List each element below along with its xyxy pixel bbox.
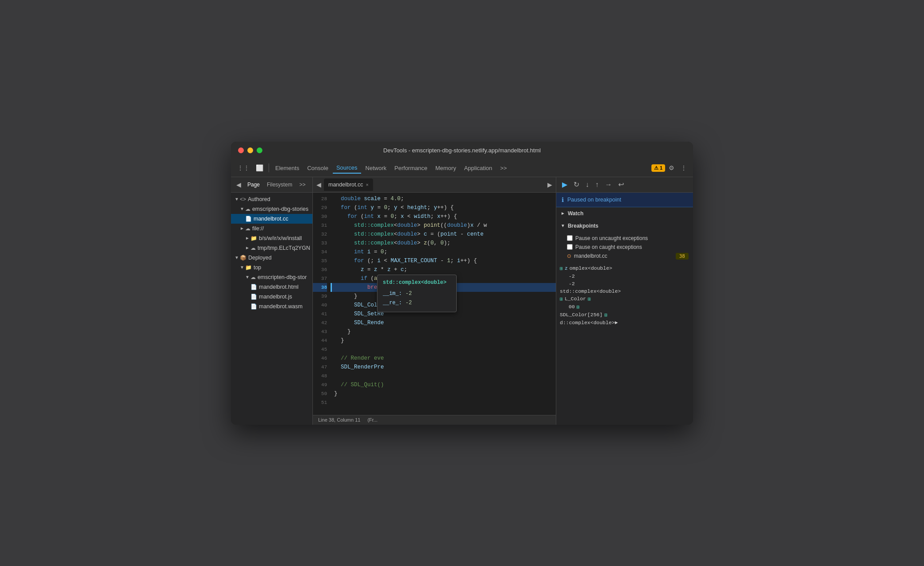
variable-tooltip: std::complex<double> __im_: -2 __re_: -2 [377, 275, 457, 313]
tree-deployed[interactable]: ▼ 📦 Deployed [231, 253, 312, 263]
tree-authored[interactable]: ▼ <> Authored [231, 194, 312, 204]
tree-mandelbrot-js[interactable]: 📄 mandelbrot.js [231, 292, 312, 302]
file-tabs: ◀ mandelbrot.cc × ▶ [313, 177, 556, 193]
step-button[interactable]: → [603, 179, 614, 190]
tab-memory[interactable]: Memory [432, 163, 460, 173]
code-line-48 [331, 372, 556, 380]
code-line-47: SDL_RenderPre [331, 363, 556, 372]
scope-row-color: ⊞ L_Color ⊞ [560, 295, 689, 303]
pause-uncaught-row: Pause on uncaught exceptions [567, 234, 689, 243]
tree-emscripten-top[interactable]: ▼ ☁ emscripten-dbg-stories [231, 204, 312, 214]
tab-sources[interactable]: Sources [333, 163, 361, 174]
tree-file[interactable]: ► ☁ file:// [231, 224, 312, 233]
gear-icon[interactable]: ⚙ [666, 163, 677, 173]
code-line-51 [331, 398, 556, 407]
code-line-35: for (; i < MAX_ITER_COUNT - 1; i++) { [331, 256, 556, 265]
breakpoints-label: Breakpoints [568, 223, 598, 229]
pause-uncaught-checkbox[interactable] [567, 235, 573, 241]
scope-values: ⊞ z omplex<double> -2 -2 std::complex<do… [556, 263, 693, 328]
scope-val-complex: std::complex<double> [560, 288, 621, 294]
scope-val-z: omplex<double> [570, 265, 612, 271]
tab-network[interactable]: Network [362, 163, 390, 173]
breakpoint-file-row[interactable]: ⊙ mandelbrot.cc 38 [567, 252, 689, 261]
step-over-button[interactable]: ↻ [571, 179, 581, 190]
sidebar-tab-page[interactable]: Page [245, 180, 262, 190]
file-nav-forward[interactable]: ▶ [546, 180, 554, 189]
deactivate-button[interactable]: ↩ [616, 179, 626, 190]
code-line-28: double scale = 4.0; [331, 194, 556, 203]
step-out-button[interactable]: ↑ [593, 179, 601, 190]
scope-key-z: z [565, 265, 568, 271]
scope-val-re: -2 [569, 281, 575, 287]
scope-row-render: d::complex<double>► [560, 319, 689, 326]
paused-message: Paused on breakpoint [567, 197, 621, 203]
code-line-33: std::complex<double> z(0, 0); [331, 239, 556, 248]
code-panel: ◀ mandelbrot.cc × ▶ 28 29 30 31 32 [313, 177, 556, 425]
file-tab-close[interactable]: × [366, 182, 369, 187]
info-icon: ℹ [562, 196, 564, 203]
tab-elements[interactable]: Elements [272, 163, 303, 173]
resume-button[interactable]: ▶ [560, 179, 570, 190]
watch-section-header[interactable]: ► Watch [556, 207, 693, 220]
scope-val-render: d::complex<double>► [560, 320, 618, 326]
sidebar-overflow[interactable]: >> [296, 180, 308, 190]
tab-overflow[interactable]: >> [497, 163, 510, 173]
watch-arrow-icon: ► [561, 211, 565, 216]
tree-emscripten-dbg[interactable]: ▼ ☁ emscripten-dbg-stor [231, 272, 312, 282]
code-line-46: // Render eve [331, 354, 556, 363]
breakpoints-section-header[interactable]: ▼ Breakpoints [556, 220, 693, 232]
bp-arrow-icon: ▼ [561, 223, 565, 228]
tab-performance[interactable]: Performance [391, 163, 431, 173]
pause-caught-checkbox[interactable] [567, 244, 573, 250]
debug-toolbar: ▶ ↻ ↓ ↑ → ↩ [556, 177, 693, 193]
pause-caught-label: Pause on caught exceptions [575, 244, 642, 250]
maximize-button[interactable] [257, 147, 262, 153]
sidebar-back-icon[interactable]: ◀ [235, 180, 243, 189]
file-tab-name: mandelbrot.cc [328, 182, 363, 188]
step-into-button[interactable]: ↓ [583, 179, 591, 190]
toolbar-separator [269, 163, 269, 172]
debug-sections: ► Watch ▼ Breakpoints Pause on uncaught … [556, 207, 693, 425]
tooltip-val-re: -2 [405, 299, 412, 307]
tab-console[interactable]: Console [304, 163, 332, 173]
file-tab-mandelbrot[interactable]: mandelbrot.cc × [324, 178, 373, 191]
devtools-window: DevTools - emscripten-dbg-stories.netlif… [231, 142, 693, 425]
tooltip-row-im: __im_: -2 [383, 290, 451, 298]
more-icon[interactable]: ⋮ [678, 163, 689, 173]
tree-mandelbrot-html[interactable]: 📄 mandelbrot.html [231, 282, 312, 292]
scope-row-00: 00 ⊞ [560, 303, 689, 311]
code-line-45 [331, 345, 556, 354]
scope-val-im: -2 [569, 273, 575, 279]
code-line-42: SDL_Rende [331, 318, 556, 327]
sidebar-tab-filesystem[interactable]: Filesystem [264, 180, 295, 190]
code-line-50: } [331, 389, 556, 398]
status-bar: Line 38, Column 11 (Fr... [313, 415, 556, 425]
tree-mandelbrot-wasm[interactable]: 📄 mandelbrot.wasm [231, 302, 312, 311]
traffic-lights [238, 147, 262, 153]
tab-application[interactable]: Application [461, 163, 496, 173]
tree-top[interactable]: ▼ 📁 top [231, 263, 312, 272]
minimize-button[interactable] [247, 147, 253, 153]
tooltip-title: std::complex<double> [383, 279, 451, 287]
inspect-icon[interactable]: ⋮⋮ [235, 163, 252, 173]
scope-row-im: -2 [560, 272, 689, 280]
code-line-44: } [331, 336, 556, 345]
tree-mandelbrot-cc[interactable]: 📄 mandelbrot.cc [231, 214, 312, 224]
code-line-34: int i = 0; [331, 248, 556, 256]
close-button[interactable] [238, 147, 244, 153]
file-nav-back[interactable]: ◀ [315, 180, 323, 189]
code-line-32: std::complex<double> c = (point - cente [331, 230, 556, 239]
watch-label: Watch [568, 210, 584, 217]
scope-val-sdl: SDL_Color[256] [560, 312, 603, 318]
tree-tmp[interactable]: ► ☁ tmp/tmp.ELcTq2YGN [231, 243, 312, 253]
paused-banner: ℹ Paused on breakpoint [556, 193, 693, 207]
pause-uncaught-label: Pause on uncaught exceptions [575, 235, 648, 241]
device-icon[interactable]: ⬜ [253, 163, 266, 173]
tooltip-val-im: -2 [405, 290, 412, 298]
tree-install[interactable]: ► 📁 b/s/w/ir/x/w/install [231, 233, 312, 243]
code-line-36: z = z * z + c; [331, 265, 556, 274]
code-line-31: std::complex<double> point((double)x / w [331, 221, 556, 230]
window-title: DevTools - emscripten-dbg-stories.netlif… [383, 147, 541, 154]
code-line-43: } [331, 327, 556, 336]
tooltip-key-re: __re_: [383, 299, 402, 307]
